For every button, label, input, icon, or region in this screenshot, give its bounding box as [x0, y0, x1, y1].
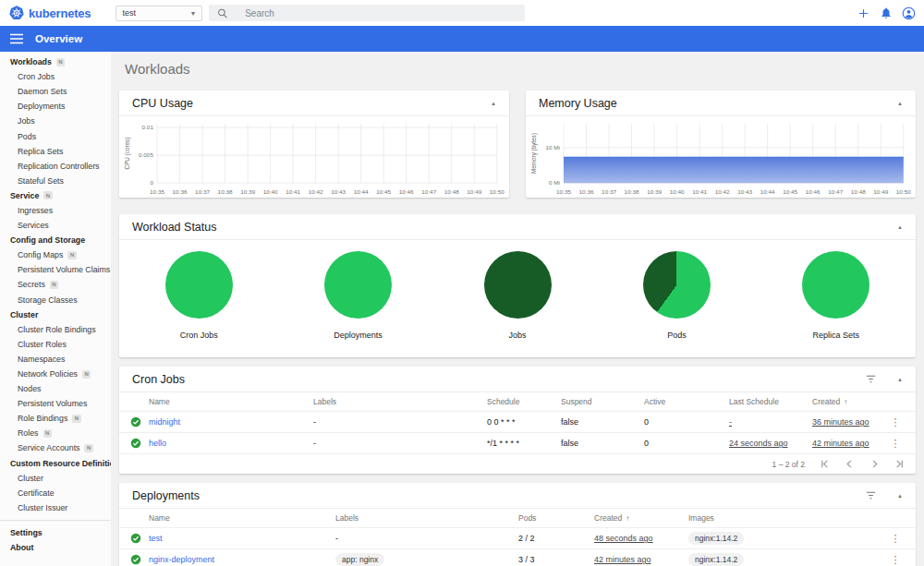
sidebar-item-ingresses[interactable]: Ingresses [0, 203, 111, 218]
search-bar[interactable] [209, 5, 525, 21]
resource-link[interactable]: nginx-deployment [149, 555, 214, 564]
sidebar: WorkloadsNCron JobsDaemon SetsDeployment… [0, 52, 111, 566]
namespaced-badge: N [84, 444, 92, 452]
kubernetes-logo[interactable]: kubernetes [9, 6, 91, 20]
resource-link[interactable]: test [149, 534, 163, 543]
first-page-button[interactable] [820, 459, 830, 469]
sidebar-item-label: Cluster [18, 474, 43, 483]
sidebar-item-cluster-role-bindings[interactable]: Cluster Role Bindings [0, 322, 111, 337]
sidebar-item-persistent-volume-claims[interactable]: Persistent Volume ClaimsN [0, 262, 111, 277]
sidebar-item-cluster-issuer[interactable]: Cluster Issuer [0, 500, 111, 515]
last-page-button[interactable] [894, 459, 905, 469]
svg-text:10:43: 10:43 [331, 188, 346, 195]
sidebar-item-about[interactable]: About [0, 540, 111, 555]
column-header-pods[interactable]: Pods [518, 513, 594, 523]
sidebar-item-services[interactable]: Services [0, 218, 111, 233]
cell-created: 42 minutes ago [594, 555, 688, 564]
sidebar-item-label: Jobs [18, 116, 35, 126]
cell-name: test [149, 534, 335, 543]
collapse-icon[interactable]: ▲ [897, 493, 903, 499]
cell-suspend: false [561, 417, 644, 427]
sidebar-item-service-accounts[interactable]: Service AccountsN [0, 440, 111, 455]
collapse-icon[interactable]: ▲ [897, 224, 903, 230]
column-header-active[interactable]: Active [644, 397, 729, 406]
sidebar-item-cluster-roles[interactable]: Cluster Roles [0, 337, 111, 352]
svg-text:0: 0 [150, 179, 153, 186]
sidebar-item-secrets[interactable]: SecretsN [0, 277, 111, 292]
sidebar-item-service[interactable]: ServiceN [0, 188, 111, 203]
sidebar-item-persistent-volumes[interactable]: Persistent Volumes [0, 396, 111, 411]
sidebar-item-network-policies[interactable]: Network PoliciesN [0, 367, 111, 381]
column-header-labels[interactable]: Labels [335, 513, 518, 523]
sidebar-item-storage-classes[interactable]: Storage Classes [0, 293, 111, 307]
account-button[interactable] [902, 6, 916, 20]
column-header-created[interactable]: Created↑ [594, 513, 688, 523]
column-header-name[interactable]: Name [149, 513, 335, 523]
sidebar-item-label: Role Bindings [18, 414, 67, 423]
svg-text:10:36: 10:36 [579, 188, 594, 195]
previous-page-button[interactable] [845, 459, 855, 469]
column-header-name[interactable]: Name [149, 397, 313, 406]
sidebar-item-workloads[interactable]: WorkloadsN [0, 54, 111, 69]
collapse-icon[interactable]: ▲ [491, 101, 496, 106]
collapse-icon[interactable]: ▲ [897, 101, 903, 106]
column-header-labels[interactable]: Labels [313, 397, 487, 406]
collapse-icon[interactable]: ▲ [897, 377, 903, 382]
resource-link[interactable]: hello [149, 439, 166, 448]
relative-time: 36 minutes ago [812, 417, 869, 427]
sidebar-item-pods[interactable]: Pods [0, 128, 111, 143]
row-menu-button[interactable]: ⋮ [884, 438, 906, 450]
sidebar-item-nodes[interactable]: Nodes [0, 381, 111, 396]
sidebar-item-deployments[interactable]: Deployments [0, 99, 111, 114]
image-chip: nginx:1.14.2 [688, 532, 744, 545]
sidebar-item-stateful-sets[interactable]: Stateful Sets [0, 174, 111, 188]
sidebar-item-custom-resource-definitions[interactable]: Custom Resource Definitions [0, 456, 111, 471]
notifications-button[interactable] [880, 6, 893, 19]
column-header-images[interactable]: Images [688, 513, 884, 523]
sidebar-item-jobs[interactable]: Jobs [0, 114, 111, 128]
row-menu-button[interactable]: ⋮ [884, 416, 906, 428]
header-actions [857, 6, 916, 20]
sidebar-item-cluster[interactable]: Cluster [0, 307, 111, 322]
svg-text:CPU (cores): CPU (cores) [124, 138, 131, 170]
filter-icon[interactable] [865, 489, 877, 501]
image-chip: nginx:1.14.2 [688, 553, 744, 566]
sort-ascending-icon: ↑ [844, 398, 847, 406]
create-resource-button[interactable] [857, 6, 870, 20]
cell-pods: 2 / 2 [518, 534, 594, 543]
relative-time: 48 seconds ago [594, 534, 653, 543]
next-page-button[interactable] [869, 459, 880, 469]
svg-text:10:46: 10:46 [399, 188, 414, 195]
sidebar-item-config-and-storage[interactable]: Config and Storage [0, 233, 111, 247]
svg-text:10:38: 10:38 [625, 188, 639, 195]
sidebar-item-cron-jobs[interactable]: Cron Jobs [0, 69, 111, 84]
sidebar-item-replication-controllers[interactable]: Replication Controllers [0, 159, 111, 174]
sidebar-item-label: Persistent Volumes [18, 399, 87, 408]
column-header-last-schedule[interactable]: Last Schedule [729, 397, 812, 406]
sidebar-item-settings[interactable]: Settings [0, 525, 111, 540]
namespace-selector[interactable]: test ▼ [116, 6, 202, 21]
kubernetes-logo-icon [9, 6, 24, 20]
svg-text:10:41: 10:41 [286, 188, 300, 195]
column-header-schedule[interactable]: Schedule [487, 397, 561, 406]
column-header-suspend[interactable]: Suspend [561, 397, 644, 406]
search-input[interactable] [245, 8, 517, 18]
sidebar-item-replica-sets[interactable]: Replica Sets [0, 144, 111, 159]
sidebar-item-certificate[interactable]: Certificate [0, 486, 111, 500]
sidebar-item-config-maps[interactable]: Config MapsN [0, 247, 111, 262]
sidebar-item-cluster[interactable]: Cluster [0, 471, 111, 486]
row-menu-button[interactable]: ⋮ [884, 533, 906, 545]
namespaced-badge: N [67, 251, 76, 259]
card-header: Memory Usage ▲ [526, 90, 916, 116]
resource-link[interactable]: midnight [149, 417, 180, 427]
column-header-created[interactable]: Created↑ [812, 397, 884, 406]
menu-button[interactable] [8, 31, 23, 46]
row-menu-button[interactable]: ⋮ [884, 554, 906, 566]
sidebar-item-roles[interactable]: RolesN [0, 426, 111, 440]
svg-text:10:40: 10:40 [670, 188, 685, 195]
sidebar-item-label: Cluster Issuer [18, 503, 67, 512]
sidebar-item-daemon-sets[interactable]: Daemon Sets [0, 84, 111, 99]
sidebar-item-role-bindings[interactable]: Role BindingsN [0, 411, 111, 426]
sidebar-item-namespaces[interactable]: Namespaces [0, 352, 111, 367]
filter-icon[interactable] [865, 373, 877, 385]
